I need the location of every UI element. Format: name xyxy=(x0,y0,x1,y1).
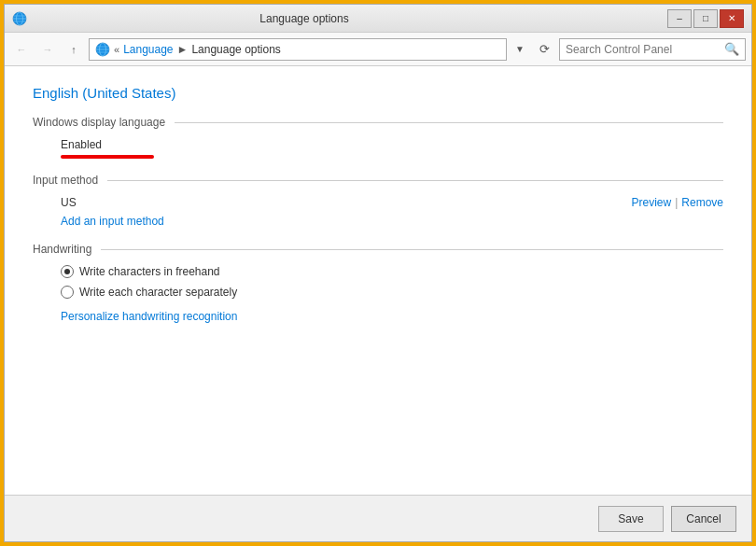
search-box[interactable]: 🔍 xyxy=(559,38,746,61)
minimize-button[interactable]: – xyxy=(667,9,692,28)
input-method-label: Input method xyxy=(33,174,98,187)
footer: Save Cancel xyxy=(5,495,751,541)
display-language-divider: Windows display language xyxy=(33,116,723,129)
handwriting-label: Handwriting xyxy=(33,243,91,256)
window-controls: – □ ✕ xyxy=(667,9,744,28)
cancel-button[interactable]: Cancel xyxy=(671,506,736,532)
radio-separate[interactable]: Write each character separately xyxy=(61,286,723,299)
input-method-name: US xyxy=(61,196,77,209)
main-content: English (United States) Windows display … xyxy=(5,66,751,495)
display-language-content: Enabled xyxy=(61,138,723,159)
personalize-handwriting-link[interactable]: Personalize handwriting recognition xyxy=(61,310,723,323)
input-method-divider: Input method xyxy=(33,174,723,187)
radio-freehand-circle[interactable] xyxy=(61,265,74,278)
path-globe-icon xyxy=(95,42,110,57)
display-language-line xyxy=(175,122,723,123)
forward-button[interactable]: → xyxy=(36,38,59,61)
search-icon[interactable]: 🔍 xyxy=(724,42,739,56)
up-button[interactable]: ↑ xyxy=(63,38,85,61)
radio-freehand[interactable]: Write characters in freehand xyxy=(61,265,723,278)
preview-link[interactable]: Preview xyxy=(632,196,672,209)
address-path[interactable]: « Language ► Language options xyxy=(89,38,507,61)
path-dropdown-button[interactable]: ▼ xyxy=(511,38,529,61)
enabled-status: Enabled xyxy=(61,138,723,151)
page-section-heading: English (United States) xyxy=(33,85,723,101)
red-underline xyxy=(61,155,154,159)
pipe-separator: | xyxy=(675,196,678,209)
search-input[interactable] xyxy=(566,43,724,56)
maximize-button[interactable]: □ xyxy=(693,9,718,28)
add-input-method-link[interactable]: Add an input method xyxy=(61,215,723,228)
path-separator-1: « xyxy=(114,44,119,55)
radio-freehand-label: Write characters in freehand xyxy=(79,265,220,278)
path-arrow: ► xyxy=(177,43,189,56)
path-language-options: Language options xyxy=(191,43,280,56)
title-bar: Language options – □ ✕ xyxy=(5,5,751,33)
refresh-button[interactable]: ⟳ xyxy=(533,38,555,61)
handwriting-line xyxy=(101,249,723,250)
window-title: Language options xyxy=(0,12,667,25)
display-language-label: Windows display language xyxy=(33,116,165,129)
input-method-row: US Preview | Remove xyxy=(61,196,723,209)
radio-separate-circle[interactable] xyxy=(61,286,74,299)
input-method-content: US Preview | Remove Add an input method xyxy=(61,196,723,228)
handwriting-radio-group: Write characters in freehand Write each … xyxy=(61,265,723,299)
back-button[interactable]: ← xyxy=(10,38,33,61)
path-language[interactable]: Language xyxy=(123,43,173,56)
radio-separate-label: Write each character separately xyxy=(79,286,237,299)
input-method-links: Preview | Remove xyxy=(632,196,724,209)
handwriting-divider: Handwriting xyxy=(33,243,723,256)
input-method-line xyxy=(107,180,723,181)
main-window: Language options – □ ✕ ← → ↑ « Language … xyxy=(4,4,752,542)
close-button[interactable]: ✕ xyxy=(720,9,744,28)
remove-link[interactable]: Remove xyxy=(681,196,723,209)
save-button[interactable]: Save xyxy=(598,506,664,532)
address-bar: ← → ↑ « Language ► Language options ▼ ⟳ … xyxy=(5,33,751,66)
